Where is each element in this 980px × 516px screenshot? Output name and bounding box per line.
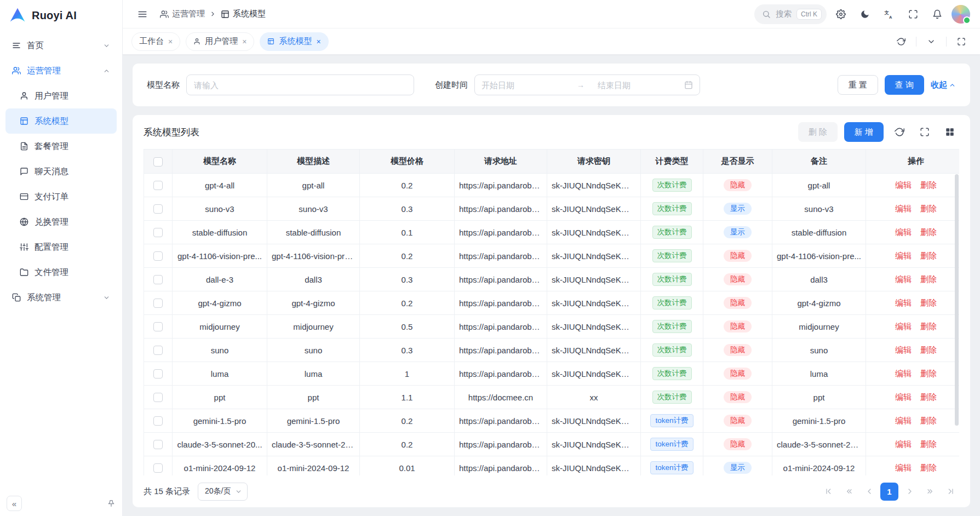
edit-link[interactable]: 编辑 [895,204,912,213]
row-delete-link[interactable]: 删除 [920,180,937,190]
global-search[interactable]: 搜索 Ctrl K [754,4,827,24]
sidebar-item-payment-orders[interactable]: 支付订单 [5,184,117,209]
row-checkbox[interactable] [153,322,163,331]
end-date-input[interactable] [598,81,680,90]
last-page-button[interactable] [941,483,959,501]
sidebar-item-package-management[interactable]: 套餐管理 [5,134,117,159]
row-delete-link[interactable]: 删除 [920,204,937,213]
model-name-input[interactable] [187,81,414,90]
billing-tag: token计费 [650,414,693,428]
scrollbar-thumb[interactable] [955,174,959,426]
tab-workbench[interactable]: 工作台 × [131,32,180,51]
add-button[interactable]: 新 增 [844,122,884,142]
row-delete-link[interactable]: 删除 [920,416,937,425]
tab-options-button[interactable] [921,32,941,51]
row-delete-link[interactable]: 删除 [920,227,937,237]
row-delete-link[interactable]: 删除 [920,345,937,354]
row-checkbox[interactable] [153,299,163,308]
breadcrumb-current[interactable]: 系统模型 [221,9,266,19]
page-size-select[interactable]: 20条/页 [198,483,247,501]
menu-toggle-button[interactable] [133,4,152,24]
prev-page-button[interactable] [860,483,878,501]
sidebar-collapse-button[interactable]: « [7,496,22,511]
row-checkbox[interactable] [153,228,163,237]
row-checkbox[interactable] [153,346,163,355]
tab-system-model[interactable]: 系统模型 × [260,32,328,51]
table-fullscreen-button[interactable] [915,123,934,141]
row-checkbox[interactable] [153,181,163,190]
edit-link[interactable]: 编辑 [895,274,912,284]
notifications-button[interactable] [927,4,947,24]
visibility-tag: 隐藏 [724,391,752,404]
chevron-down-icon [235,488,242,495]
reset-button[interactable]: 重 置 [838,75,878,95]
table-refresh-button[interactable] [890,123,909,141]
sidebar-item-file-management[interactable]: 文件管理 [5,260,117,285]
sidebar-item-system-model[interactable]: 系统模型 [5,108,117,134]
sidebar-item-chat-messages[interactable]: 聊天消息 [5,159,117,184]
edit-link[interactable]: 编辑 [895,439,912,449]
content-fullscreen-button[interactable] [952,32,971,51]
row-delete-link[interactable]: 删除 [920,274,937,284]
row-delete-link[interactable]: 删除 [920,369,937,378]
row-checkbox[interactable] [153,369,163,379]
edit-link[interactable]: 编辑 [895,392,912,402]
row-checkbox[interactable] [153,204,163,214]
column-settings-button[interactable] [941,123,959,141]
close-icon[interactable]: × [316,38,320,45]
row-checkbox[interactable] [153,463,163,473]
settings-button[interactable] [831,4,851,24]
model-name-field [186,74,414,95]
logo[interactable]: Ruoyi AI [0,0,122,31]
row-delete-link[interactable]: 删除 [920,251,937,260]
fullscreen-button[interactable] [903,4,923,24]
cell-request-key: sk-JIUQLNndqSeKWU... [547,174,641,197]
row-delete-link[interactable]: 删除 [920,463,937,472]
row-checkbox[interactable] [153,416,163,426]
row-checkbox[interactable] [153,275,163,284]
refresh-tab-button[interactable] [891,32,911,51]
row-delete-link[interactable]: 删除 [920,439,937,449]
row-delete-link[interactable]: 删除 [920,322,937,331]
edit-link[interactable]: 编辑 [895,345,912,354]
edit-link[interactable]: 编辑 [895,322,912,331]
cell-model-name: luma [173,362,267,386]
row-checkbox[interactable] [153,251,163,261]
breadcrumb-parent[interactable]: 运营管理 [160,9,205,19]
sidebar-item-system-management[interactable]: 系统管理 [5,285,117,310]
collapse-filter-link[interactable]: 收起 [931,80,956,90]
row-checkbox[interactable] [153,393,163,402]
search-button[interactable]: 查 询 [885,75,924,95]
close-icon[interactable]: × [168,38,173,45]
row-delete-link[interactable]: 删除 [920,392,937,402]
sidebar-item-user-management[interactable]: 用户管理 [5,83,117,108]
select-all-checkbox[interactable] [153,157,163,167]
sidebar-item-exchange-management[interactable]: 兑换管理 [5,209,117,234]
edit-link[interactable]: 编辑 [895,227,912,237]
start-date-input[interactable] [482,81,564,90]
page-number-button[interactable]: 1 [880,483,898,501]
first-page-button[interactable] [819,483,838,501]
forward-pages-button[interactable] [921,483,939,501]
edit-link[interactable]: 编辑 [895,180,912,190]
sidebar-item-home[interactable]: 首页 [5,33,117,58]
close-icon[interactable]: × [242,38,247,45]
edit-link[interactable]: 编辑 [895,298,912,307]
edit-link[interactable]: 编辑 [895,369,912,378]
edit-link[interactable]: 编辑 [895,251,912,260]
next-page-button[interactable] [901,483,919,501]
sidebar-item-operations[interactable]: 运营管理 [5,58,117,83]
tab-user-management[interactable]: 用户管理 × [186,32,254,51]
sidebar-item-config-management[interactable]: 配置管理 [5,234,117,260]
pin-icon[interactable] [107,499,116,508]
delete-button[interactable]: 删 除 [798,122,838,142]
avatar[interactable] [952,5,970,24]
language-button[interactable]: 文A [879,4,899,24]
row-checkbox[interactable] [153,440,163,449]
edit-link[interactable]: 编辑 [895,416,912,425]
edit-link[interactable]: 编辑 [895,463,912,472]
calendar-icon[interactable] [684,81,693,89]
dark-mode-button[interactable] [855,4,875,24]
row-delete-link[interactable]: 删除 [920,298,937,307]
back-pages-button[interactable] [840,483,858,501]
